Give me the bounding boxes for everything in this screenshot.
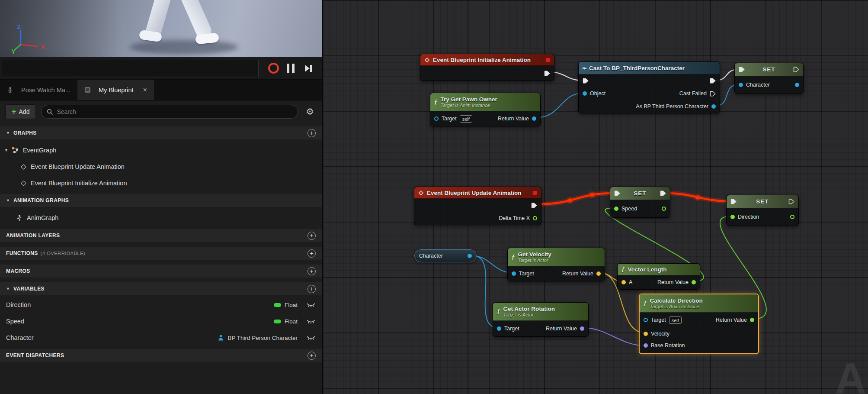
exec-in-pin[interactable] (583, 78, 589, 84)
tree-item-event-initialize-animation[interactable]: Event Blueprint Initialize Animation (0, 176, 322, 191)
a-pin[interactable] (621, 280, 626, 284)
node-enabled-indicator (545, 58, 550, 62)
section-header-functions[interactable]: FUNCTIONS (4 OVERRIDABLE) + (0, 247, 322, 260)
node-title: Vector Length (628, 266, 667, 273)
exec-flow-pulse (696, 196, 700, 200)
variable-row-direction[interactable]: Direction Float (0, 298, 322, 311)
section-header-animation-layers[interactable]: ANIMATION LAYERS + (0, 229, 322, 242)
node-cast-to-bp-thirdpersoncharacter[interactable]: ▸▸ Cast To BP_ThirdPersonCharacter Objec… (578, 61, 720, 113)
exec-out-pin[interactable] (788, 199, 794, 204)
tab-pose-watch-manager[interactable]: Pose Watch Ma... (0, 80, 77, 100)
delta-time-x-pin[interactable] (533, 216, 537, 220)
variable-row-speed[interactable]: Speed Float (0, 315, 322, 328)
close-tab-icon[interactable]: × (143, 86, 147, 94)
node-event-blueprint-initialize-animation[interactable]: Event Blueprint Initialize Animation (420, 54, 554, 81)
exec-out-pin[interactable] (710, 78, 716, 84)
exec-in-pin[interactable] (739, 67, 745, 72)
node-set-character[interactable]: SET Character (734, 63, 804, 94)
variable-type: Float (285, 302, 298, 308)
variable-row-character[interactable]: Character BP Third Person Character (0, 331, 322, 344)
variable-name: Character (6, 334, 34, 341)
node-set-speed[interactable]: SET Speed (610, 187, 670, 218)
object-wire (535, 93, 583, 118)
target-pin[interactable] (497, 326, 501, 331)
tree-item-event-update-animation[interactable]: Event Blueprint Update Animation (0, 159, 322, 174)
exec-out-pin[interactable] (660, 191, 666, 196)
node-get-character-variable[interactable]: Character (414, 249, 477, 262)
exec-in-pin[interactable] (730, 199, 737, 204)
return-value-pin[interactable] (692, 280, 696, 284)
node-calculate-direction[interactable]: ƒ Calculate Direction Target is Anim Ins… (639, 294, 759, 354)
node-title: Cast To BP_ThirdPersonCharacter (589, 65, 685, 71)
event-diamond-icon (21, 164, 26, 170)
character-in-pin[interactable] (739, 83, 743, 87)
step-forward-button[interactable] (299, 60, 317, 77)
pause-button[interactable] (282, 60, 299, 77)
eye-closed-icon[interactable] (306, 336, 316, 340)
node-get-velocity[interactable]: ƒ Get Velocity Target is Actor Target Re… (507, 248, 605, 281)
node-event-blueprint-update-animation[interactable]: Event Blueprint Update Animation Delta T… (414, 187, 541, 225)
my-blueprint-icon (84, 87, 91, 93)
return-value-pin[interactable] (596, 271, 601, 276)
self-default-value[interactable]: self (669, 316, 682, 324)
tree-item-label: Event Blueprint Update Animation (31, 163, 125, 170)
add-variable-button[interactable]: + (307, 285, 316, 293)
gear-icon[interactable]: ⚙ (303, 107, 317, 117)
character-out-pin[interactable] (468, 254, 472, 258)
exec-out-pin[interactable] (531, 203, 537, 208)
my-blueprint-tree: ▼ GRAPHS + ▼ EventGraph Event Blueprint … (0, 126, 322, 362)
search-icon (47, 109, 53, 115)
tree-item-eventgraph[interactable]: ▼ EventGraph (0, 143, 322, 158)
section-label: ANIMATION GRAPHS (13, 197, 69, 203)
velocity-pin[interactable] (644, 332, 648, 336)
section-header-graphs[interactable]: ▼ GRAPHS + (0, 126, 322, 139)
add-function-button[interactable]: + (307, 249, 316, 258)
tree-item-animgraph[interactable]: AnimGraph (0, 210, 322, 225)
speed-out-pin[interactable] (662, 207, 666, 211)
target-pin[interactable] (512, 271, 516, 276)
target-pin[interactable] (644, 318, 648, 322)
add-event-dispatcher-button[interactable]: + (307, 352, 316, 360)
search-input[interactable] (57, 108, 292, 115)
section-header-animation-graphs[interactable]: ▼ ANIMATION GRAPHS (0, 194, 322, 207)
timeline-scrubber[interactable] (2, 60, 259, 77)
self-default-value[interactable]: self (460, 115, 472, 123)
base-rotation-pin[interactable] (644, 343, 648, 348)
add-button[interactable]: + Add (5, 104, 36, 119)
node-get-actor-rotation[interactable]: ƒ Get Actor Rotation Target is Actor Tar… (493, 302, 589, 337)
as-bp-third-person-character-pin[interactable] (711, 104, 716, 109)
add-animation-layer-button[interactable]: + (307, 232, 316, 240)
section-label: FUNCTIONS (6, 250, 38, 256)
node-try-get-pawn-owner[interactable]: ƒ Try Get Pawn Owner Target is Anim Inst… (430, 93, 541, 126)
node-subtitle: Target is Actor (518, 258, 551, 263)
character-out-pin[interactable] (795, 83, 799, 87)
tab-my-blueprint[interactable]: My Blueprint × (77, 80, 154, 100)
return-value-pin[interactable] (532, 116, 536, 121)
return-value-pin[interactable] (580, 326, 584, 331)
eye-closed-icon[interactable] (306, 303, 316, 307)
node-set-direction[interactable]: SET Direction (726, 195, 799, 226)
speed-in-pin[interactable] (614, 207, 618, 211)
direction-out-pin[interactable] (790, 215, 794, 219)
add-graph-button[interactable]: + (307, 129, 316, 137)
direction-in-pin[interactable] (730, 215, 735, 219)
eye-closed-icon[interactable] (306, 319, 316, 324)
section-header-macros[interactable]: MACROS + (0, 265, 322, 278)
record-button[interactable] (265, 60, 282, 77)
return-value-pin[interactable] (750, 318, 754, 322)
exec-out-pin[interactable] (793, 67, 799, 72)
add-macro-button[interactable]: + (307, 267, 316, 275)
rotator-wire (583, 328, 644, 346)
section-header-event-dispatchers[interactable]: EVENT DISPATCHERS + (0, 349, 322, 362)
section-header-variables[interactable]: ▼ VARIABLES + (0, 282, 322, 295)
cast-failed-exec-pin[interactable] (710, 91, 716, 97)
target-pin[interactable] (434, 116, 439, 121)
node-vector-length[interactable]: ƒ Vector Length A Return Value (617, 263, 700, 290)
exec-in-pin[interactable] (614, 191, 620, 196)
collapse-arrow-icon: ▼ (6, 131, 10, 135)
exec-out-pin[interactable] (544, 71, 550, 76)
preview-viewport[interactable]: Z X Y (0, 0, 322, 57)
blueprint-event-graph[interactable]: Event Blueprint Initialize Animation ƒ T… (323, 0, 868, 394)
node-title: Event Blueprint Update Animation (427, 190, 522, 196)
object-pin[interactable] (583, 91, 587, 96)
